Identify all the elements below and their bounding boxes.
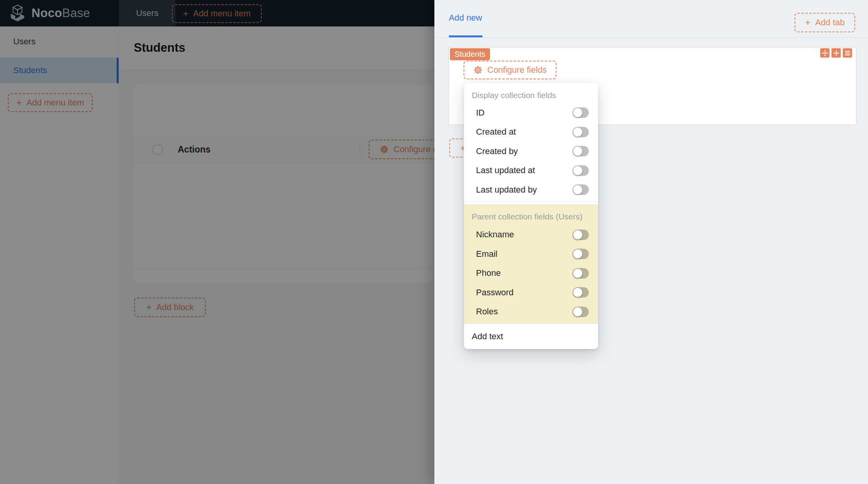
menu-item-phone[interactable]: Phone: [464, 264, 598, 283]
menu-item-label: Add text: [472, 331, 503, 342]
add-item-icon[interactable]: [831, 48, 841, 58]
app-root: NocoBase Users + Add menu item Users Stu…: [0, 0, 868, 484]
gear-icon: [473, 65, 483, 75]
menu-item-created-at[interactable]: Created at: [464, 123, 598, 142]
menu-item-label: Created at: [476, 127, 516, 137]
drawer-tab-bar: Add new + Add tab: [434, 0, 868, 38]
drag-handle-icon[interactable]: [820, 48, 830, 58]
menu-item-label: Email: [476, 249, 497, 259]
menu-item-label: Phone: [476, 268, 501, 278]
menu-item-label: Last updated at: [476, 165, 535, 175]
menu-item-nickname[interactable]: Nickname: [464, 225, 598, 245]
drawer-tab-label: Add new: [449, 13, 482, 23]
switch-knob: [573, 166, 582, 175]
switch-knob: [573, 269, 582, 278]
switch-knob: [573, 249, 582, 258]
toggle-switch[interactable]: [572, 307, 589, 317]
switch-knob: [573, 185, 582, 194]
toggle-switch[interactable]: [572, 230, 589, 240]
menu-item-email[interactable]: Email: [464, 244, 598, 264]
toggle-switch[interactable]: [572, 268, 589, 279]
block-designer-toolbar: [820, 48, 852, 58]
menu-item-roles[interactable]: Roles: [464, 302, 598, 322]
drawer-tab-add-new[interactable]: Add new: [449, 0, 482, 36]
toggle-switch[interactable]: [572, 127, 589, 137]
add-new-drawer: Add new + Add tab Students: [434, 0, 868, 484]
menu-item-label: Last updated by: [476, 185, 537, 195]
switch-knob: [573, 307, 582, 316]
switch-knob: [573, 147, 582, 156]
toggle-switch[interactable]: [572, 287, 589, 298]
parent-fields-section: Parent collection fields (Users) Nicknam…: [464, 204, 598, 324]
menu-item-label: Password: [476, 288, 514, 298]
menu-item-label: Nickname: [476, 230, 514, 240]
toggle-switch[interactable]: [572, 249, 589, 259]
plus-icon: +: [805, 18, 810, 27]
menu-item-created-by[interactable]: Created by: [464, 142, 598, 161]
configure-fields-label: Configure fields: [487, 65, 547, 75]
configure-fields-menu: Display collection fields ID Created at …: [464, 83, 598, 349]
add-tab-button[interactable]: + Add tab: [794, 13, 855, 32]
menu-item-label: Created by: [476, 146, 518, 156]
switch-knob: [573, 108, 582, 117]
toggle-switch[interactable]: [572, 184, 589, 195]
toggle-switch[interactable]: [572, 165, 589, 176]
menu-section-header: Display collection fields: [464, 88, 598, 103]
active-tab-indicator: [449, 35, 483, 37]
menu-item-last-updated-by[interactable]: Last updated by: [464, 180, 598, 200]
menu-section-header: Parent collection fields (Users): [464, 208, 598, 225]
toggle-switch[interactable]: [572, 146, 589, 156]
menu-item-id[interactable]: ID: [464, 103, 598, 123]
menu-item-last-updated-at[interactable]: Last updated at: [464, 161, 598, 181]
menu-item-label: Roles: [476, 307, 498, 317]
switch-knob: [573, 230, 582, 239]
menu-item-label: ID: [476, 108, 485, 118]
switch-knob: [573, 128, 582, 137]
switch-knob: [573, 288, 582, 297]
collection-badge: Students: [450, 48, 490, 60]
configure-fields-button[interactable]: Configure fields: [464, 61, 556, 79]
menu-item-password[interactable]: Password: [464, 283, 598, 302]
add-tab-label: Add tab: [815, 18, 845, 28]
block-menu-icon[interactable]: [843, 48, 852, 58]
toggle-switch[interactable]: [572, 107, 589, 118]
drawer-overlay-mask[interactable]: [0, 0, 434, 484]
menu-divider: [464, 202, 598, 202]
menu-item-add-text[interactable]: Add text: [464, 324, 598, 349]
